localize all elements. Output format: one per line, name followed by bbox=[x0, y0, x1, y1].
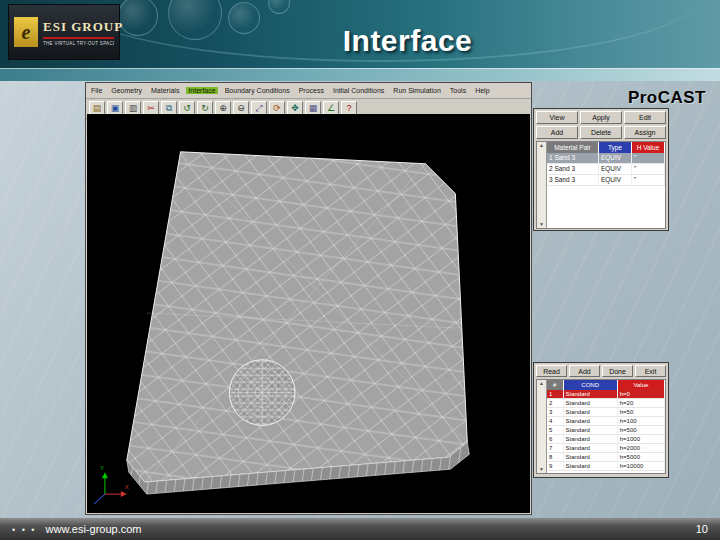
scroll-up-icon[interactable]: ▲ bbox=[539, 380, 544, 387]
slide-root: { "slide": { "title": "Interface", "app_… bbox=[0, 0, 720, 540]
scroll-down-icon[interactable]: ▼ bbox=[539, 466, 544, 473]
menu-item[interactable]: File bbox=[89, 87, 104, 94]
menu-item[interactable]: Materials bbox=[149, 87, 181, 94]
esi-logo-mark-icon: e bbox=[14, 17, 38, 47]
htc-database-panel: ReadAddDoneExit ▲ ▼ #CONDValue 1 Standar… bbox=[533, 362, 669, 478]
esi-logo-tagline: THE VIRTUAL TRY-OUT SPACE COMPANY bbox=[43, 41, 114, 46]
htc-table-scrollbar[interactable]: ▲ ▼ bbox=[537, 380, 547, 473]
footer-url[interactable]: www.esi-group.com bbox=[46, 523, 142, 535]
procast-label: ProCAST bbox=[628, 88, 706, 108]
footer-bullets-icon: • • • bbox=[12, 525, 36, 535]
Standard[interactable]: 10 Standard COINC bbox=[547, 471, 665, 473]
menu-bar: FileGeometryMaterialsInterfaceBoundary C… bbox=[86, 83, 531, 99]
axes-triad-icon: Y X bbox=[94, 465, 129, 504]
panel-button[interactable]: Add bbox=[536, 126, 578, 139]
interface-assignment-panel: ViewApplyEditAddDeleteAssign ▲ ▼ Materia… bbox=[533, 108, 669, 231]
procast-app-window: FileGeometryMaterialsInterfaceBoundary C… bbox=[85, 82, 532, 515]
menu-item[interactable]: Process bbox=[297, 87, 326, 94]
panel-button[interactable]: Add bbox=[569, 365, 600, 377]
Standard[interactable]: 1 Standard h=0 bbox=[547, 390, 665, 399]
menu-item[interactable]: Run Simulation bbox=[391, 87, 442, 94]
slide-footer: • • • www.esi-group.com 10 bbox=[0, 518, 720, 540]
Standard[interactable]: 3 Standard h=50 bbox=[547, 408, 665, 417]
htc-table-body: 1 Standard h=0 2 Standard h=20 3 Standar… bbox=[547, 390, 665, 473]
esi-group-logo: e ESI GROUP THE VIRTUAL TRY-OUT SPACE CO… bbox=[8, 4, 120, 60]
htc-table-header: #CONDValue bbox=[547, 380, 665, 390]
menu-item[interactable]: Help bbox=[473, 87, 491, 94]
footer-left: • • • www.esi-group.com bbox=[12, 523, 142, 535]
htc-panel-buttons: ReadAddDoneExit bbox=[536, 365, 666, 377]
page-number: 10 bbox=[696, 523, 708, 535]
panel-button[interactable]: Done bbox=[602, 365, 633, 377]
column-header: H Value bbox=[632, 142, 665, 153]
Standard[interactable]: 7 Standard h=2000 bbox=[547, 444, 665, 453]
menu-item[interactable]: Boundary Conditions bbox=[223, 87, 292, 94]
svg-text:X: X bbox=[125, 484, 129, 490]
3d-viewport[interactable]: Y X bbox=[87, 114, 530, 513]
panel-button[interactable]: Read bbox=[536, 365, 567, 377]
column-header: Material Pair bbox=[547, 142, 599, 153]
column-header: Value bbox=[618, 380, 665, 390]
column-header: COND bbox=[564, 380, 618, 390]
Standard[interactable]: 9 Standard h=10000 bbox=[547, 462, 665, 471]
menu-item[interactable]: Tools bbox=[448, 87, 468, 94]
Standard[interactable]: 5 Standard h=500 bbox=[547, 426, 665, 435]
menu-item[interactable]: Initial Conditions bbox=[331, 87, 386, 94]
panel-button[interactable]: Assign bbox=[624, 126, 666, 139]
Standard[interactable]: 6 Standard h=1000 bbox=[547, 435, 665, 444]
interface-row[interactable]: 2 Sand 3 EQUIV " bbox=[547, 164, 665, 175]
interface-table-header: Material PairTypeH Value bbox=[547, 142, 665, 153]
menu-item[interactable]: Interface bbox=[186, 87, 217, 94]
svg-text:Y: Y bbox=[100, 465, 104, 471]
interface-row[interactable]: 3 Sand 3 EQUIV " bbox=[547, 175, 665, 186]
Standard[interactable]: 8 Standard h=5000 bbox=[547, 453, 665, 462]
column-header: Type bbox=[599, 142, 632, 153]
interface-table-body: 1 Sand 3 EQUIV " 2 Sand 3 EQUIV " 3 Sand… bbox=[547, 153, 665, 228]
interface-row[interactable]: 1 Sand 3 EQUIV " bbox=[547, 153, 665, 164]
menu-item[interactable]: Geometry bbox=[109, 87, 144, 94]
panel-button[interactable]: View bbox=[536, 111, 578, 124]
header-accent-strip bbox=[0, 68, 720, 81]
esi-logo-name: ESI GROUP bbox=[43, 19, 114, 35]
panel-button[interactable]: Apply bbox=[580, 111, 622, 124]
panel-button[interactable]: Edit bbox=[624, 111, 666, 124]
panel-button[interactable]: Exit bbox=[635, 365, 666, 377]
Standard[interactable]: 2 Standard h=20 bbox=[547, 399, 665, 408]
scroll-down-icon[interactable]: ▼ bbox=[539, 221, 544, 228]
interface-table-scrollbar[interactable]: ▲ ▼ bbox=[537, 142, 547, 228]
interface-panel-buttons: ViewApplyEditAddDeleteAssign bbox=[536, 111, 666, 139]
scroll-up-icon[interactable]: ▲ bbox=[539, 142, 544, 149]
Standard[interactable]: 4 Standard h=100 bbox=[547, 417, 665, 426]
panel-button[interactable]: Delete bbox=[580, 126, 622, 139]
mesh-canvas: Y X bbox=[87, 114, 530, 513]
esi-logo-red-line bbox=[43, 37, 114, 39]
column-header: # bbox=[547, 380, 564, 390]
